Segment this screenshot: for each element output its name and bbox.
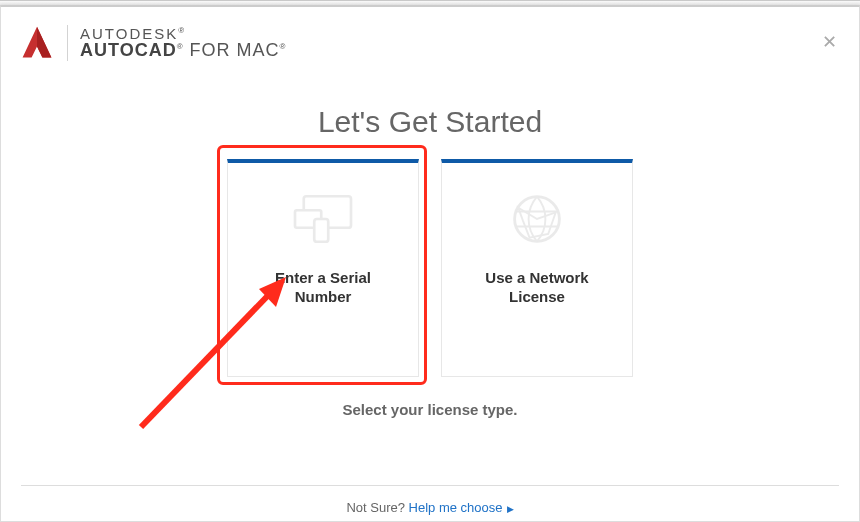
subtitle: Select your license type. [1,401,859,418]
brand-product: AUTOCAD [80,40,177,60]
brand-variant: FOR MAC [190,40,280,60]
page-title: Let's Get Started [1,105,859,139]
enter-serial-label: Enter a Serial Number [228,269,418,307]
globe-icon [502,191,572,247]
license-options: Enter a Serial Number Use a Network Lice… [1,159,859,377]
network-license-label: Use a Network License [442,269,632,307]
close-icon[interactable]: ✕ [822,33,837,51]
header-divider [67,25,68,61]
brand-company: AUTODESK [80,25,178,42]
brand-text: AUTODESK® AUTOCAD® FOR MAC® [80,26,287,61]
help-choose-link[interactable]: Help me choose [409,500,503,515]
enter-serial-card[interactable]: Enter a Serial Number [227,159,419,377]
footer-divider [21,485,839,486]
footer: Not Sure? Help me choose▶ [1,500,859,515]
footer-prompt: Not Sure? [346,500,408,515]
brand-header: AUTODESK® AUTOCAD® FOR MAC® [19,25,287,61]
network-license-card[interactable]: Use a Network License [441,159,633,377]
autodesk-logo-icon [19,25,55,61]
svg-rect-2 [314,219,328,242]
license-window: AUTODESK® AUTOCAD® FOR MAC® ✕ Let's Get … [0,6,860,522]
devices-icon [288,191,358,247]
